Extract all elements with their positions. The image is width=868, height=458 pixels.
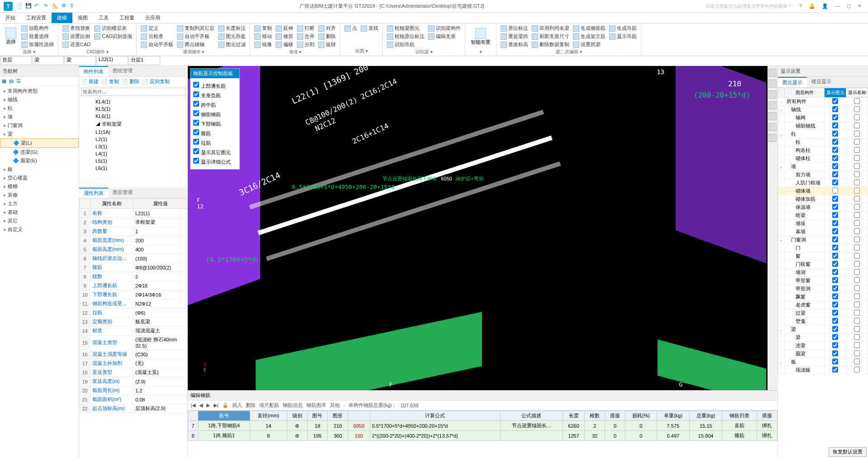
display-row[interactable]: 连梁	[778, 342, 868, 350]
nav-prev-icon[interactable]: ◀	[199, 402, 203, 408]
ribbon-item[interactable]: 批量选择	[20, 33, 55, 40]
ribbon-item[interactable]: 打断	[296, 24, 316, 32]
ribbon-item[interactable]: 原位标注	[499, 24, 529, 32]
rebar-row[interactable]: 71跨.下部钢筋414Φ1821060500.5*1700+5*d+4950+2…	[188, 421, 777, 431]
ribbon-item[interactable]: 校核原位标注	[386, 33, 426, 40]
nav-item[interactable]: 🔷 圆梁(E)	[0, 156, 79, 165]
nav-item[interactable]: ▸门窗洞	[0, 121, 79, 130]
menu-tab[interactable]: 云应用	[140, 13, 166, 23]
nav-view-icon[interactable]: ▤	[9, 78, 14, 84]
property-row[interactable]: 21截面面积(m²)0.08	[80, 395, 187, 404]
ribbon-item[interactable]: 生成侧面筋	[572, 24, 607, 32]
other-button[interactable]: 其他	[330, 402, 340, 409]
rebar-checkbox[interactable]: 侧面钢筋	[193, 109, 237, 119]
ribbon-item[interactable]: 删除数据复制	[530, 41, 571, 48]
property-row[interactable]: 7箍筋Φ8@100/200(2)	[80, 263, 187, 272]
display-row[interactable]: 辅助轴线	[778, 122, 868, 130]
lock-icon[interactable]: 🔒	[222, 402, 229, 408]
nav-view-icon[interactable]: ☰	[16, 78, 21, 84]
display-row[interactable]: -板	[778, 358, 868, 366]
ribbon-button[interactable]: 智能布置	[468, 24, 493, 49]
ribbon-item[interactable]: 生成架立筋	[572, 33, 607, 40]
display-row[interactable]: 现浇板	[778, 366, 868, 374]
component-list-item[interactable]: L3(1)	[79, 143, 187, 150]
component-list-item[interactable]: KL4(1)	[79, 98, 187, 105]
view-tool-icon[interactable]	[768, 112, 777, 120]
display-row[interactable]: 壁龛	[778, 317, 868, 326]
qat-icon[interactable]: 📐	[52, 3, 60, 10]
property-row[interactable]: 10下部通长筋2Φ14/3Φ16	[80, 290, 187, 299]
ribbon-item[interactable]: 删除	[317, 33, 337, 40]
display-row[interactable]: 圆梁	[778, 350, 868, 358]
rebar-row[interactable]: 81跨.箍筋18Φ1953601602*((200-2*20)+(400-2*2…	[188, 431, 777, 441]
property-row[interactable]: 20截面周长(m)1.2	[80, 386, 187, 395]
ribbon-item[interactable]	[359, 33, 380, 39]
display-row[interactable]: -门窗洞	[778, 236, 868, 244]
ribbon-item[interactable]: 自动平齐板	[176, 33, 216, 40]
display-row[interactable]: 砌体柱	[778, 155, 868, 163]
rebar-checkbox[interactable]: 下部钢筋	[193, 119, 237, 128]
ribbon-item[interactable]: 设置拱梁	[572, 41, 607, 48]
display-row[interactable]: -梁	[778, 326, 868, 334]
ribbon-item[interactable]: 合并	[296, 33, 316, 40]
property-row[interactable]: 1名称L22(1)	[80, 209, 187, 218]
component-tab[interactable]: 图纸管理	[108, 66, 137, 76]
ribbon-item[interactable]: 偏移	[274, 41, 295, 48]
toolbar-button[interactable]: 📄 新建	[81, 78, 99, 85]
property-row[interactable]: 6轴线距梁左边...(100)	[80, 254, 187, 263]
view-tool-icon[interactable]	[768, 90, 777, 99]
property-row[interactable]: 17混凝土外加剂(无)	[80, 359, 187, 368]
display-row[interactable]: 砌体墙	[778, 187, 868, 195]
display-row[interactable]: 保温墙	[778, 203, 868, 212]
scale-button[interactable]: 缩尺配筋	[259, 402, 279, 409]
segment-selector[interactable]: 分层1	[129, 56, 160, 65]
ribbon-item[interactable]: 点	[343, 24, 358, 32]
ribbon-item[interactable]: 直线	[359, 24, 380, 32]
display-row[interactable]: 老虎窗	[778, 301, 868, 309]
nav-item[interactable]: ▸楼梯	[0, 182, 79, 191]
type-selector[interactable]: 梁	[64, 56, 96, 65]
nav-item[interactable]: ▸梁	[0, 130, 79, 138]
component-list-item[interactable]: L1(1A)	[79, 128, 187, 136]
ribbon-item[interactable]: 移动	[253, 33, 273, 40]
component-list-item[interactable]: ◢ 非框架梁	[79, 120, 187, 128]
ribbon-item[interactable]: 自动平齐板	[139, 41, 175, 48]
display-row[interactable]: 砌体加筋	[778, 195, 868, 203]
ribbon-item[interactable]: 识别楼层表	[93, 24, 134, 32]
search-hint[interactable]: 自定义图案怎么处理复杂零星构件的装修？	[706, 3, 792, 9]
display-row[interactable]: 人防门框墙	[778, 179, 868, 187]
toolbar-button[interactable]: 📄 复制	[101, 78, 119, 85]
display-row[interactable]: 带形窗	[778, 277, 868, 285]
toolbar-button[interactable]: 📄 层间复制	[142, 78, 170, 85]
nav-item[interactable]: ▸板	[0, 165, 79, 174]
nav-item[interactable]: ▸装修	[0, 191, 79, 199]
ribbon-item[interactable]: 重提梁跨	[499, 33, 529, 40]
property-row[interactable]: 19泵送高度(m)(2.9)	[80, 377, 187, 386]
ribbon-item[interactable]: 识别梁构件	[427, 24, 462, 32]
minimize-icon[interactable]: —	[835, 3, 840, 9]
ribbon-item[interactable]: 查找替换	[61, 24, 92, 32]
display-row[interactable]: 窗	[778, 252, 868, 260]
ribbon-item[interactable]: 抬取构件	[20, 24, 55, 32]
property-row[interactable]: 4截面宽度(mm)200	[80, 236, 187, 245]
property-row[interactable]: 14材质现浇混凝土	[80, 326, 187, 335]
property-row[interactable]: 3跨数量1	[80, 227, 187, 236]
help-icon[interactable]: ?	[799, 3, 802, 9]
ribbon-item[interactable]: 复制	[253, 24, 273, 32]
nav-item[interactable]: 🔷 梁(L)	[0, 138, 79, 148]
nav-item[interactable]: ▸自定义	[0, 225, 79, 234]
menu-tab[interactable]: 工程量	[114, 13, 140, 23]
display-row[interactable]: -柱	[778, 130, 868, 138]
qat-icon[interactable]: 💾	[25, 3, 33, 10]
display-row[interactable]: 剪力墙	[778, 171, 868, 179]
ribbon-item[interactable]: 长度标注	[217, 24, 247, 32]
menu-tab[interactable]: 建模	[52, 13, 72, 23]
rebar-checkbox[interactable]: 上部通长筋	[193, 81, 237, 90]
toolbar-button[interactable]: 📄 删除	[122, 78, 139, 85]
display-row[interactable]: 门	[778, 244, 868, 252]
restore-defaults-button[interactable]: 恢复默认设置	[829, 447, 867, 457]
rebar-checkbox[interactable]: 拉筋	[193, 138, 237, 147]
rebar-checkbox[interactable]: 显示其它图元	[193, 147, 237, 157]
component-tab[interactable]: 构件列表	[79, 66, 108, 76]
ribbon-item[interactable]: 显示吊筋	[608, 33, 638, 40]
